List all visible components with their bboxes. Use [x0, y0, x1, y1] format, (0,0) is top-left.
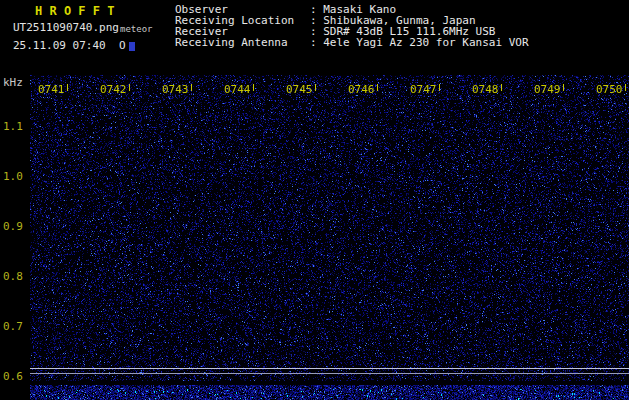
- time-tick-label: 0744: [224, 84, 254, 95]
- carrier-line-upper: [30, 368, 629, 369]
- file-line: UT2511090740.pngmeteor: [13, 21, 152, 34]
- y-tick-label: 1.1: [3, 121, 23, 132]
- hrofft-screenshot: H R O F F T UT2511090740.pngmeteor 25.11…: [0, 0, 629, 400]
- y-tick-label: 1.0: [3, 171, 23, 182]
- observation-info: Observer: Masaki Kano Receiving Location…: [175, 4, 529, 48]
- time-tick-label: 0749: [534, 84, 564, 95]
- blue-block-icon: [129, 42, 135, 51]
- app-title: H R O F F T: [35, 4, 114, 18]
- info-row-antenna: Receiving Antenna: 4ele Yagi Az 230 for …: [175, 37, 529, 48]
- datetime-text: 25.11.09 07:40 O: [13, 39, 126, 52]
- time-tick-label: 0745: [286, 84, 316, 95]
- time-tick-label: 0747: [410, 84, 440, 95]
- spectrogram-canvas: [30, 75, 629, 400]
- time-tick-label: 0750: [596, 84, 626, 95]
- time-tick-label: 0748: [472, 84, 502, 95]
- y-tick-label: 0.8: [3, 271, 23, 282]
- y-tick-label: 0.6: [3, 371, 23, 382]
- time-tick-label: 0746: [348, 84, 378, 95]
- y-tick-label: 0.7: [3, 321, 23, 332]
- time-tick-label: 0742: [100, 84, 130, 95]
- info-value: : 4ele Yagi Az 230 for Kansai VOR: [310, 36, 529, 49]
- filename: UT2511090740.png: [13, 21, 119, 34]
- time-tick-label: 0743: [162, 84, 192, 95]
- y-axis-unit: kHz: [3, 77, 23, 88]
- date-line: 25.11.09 07:40 O: [13, 39, 135, 52]
- mode-label: meteor: [120, 24, 153, 34]
- y-tick-label: 0.9: [3, 221, 23, 232]
- carrier-line-lower: [30, 373, 629, 374]
- time-tick-label: 0741: [38, 84, 68, 95]
- info-label: Receiving Antenna: [175, 37, 310, 48]
